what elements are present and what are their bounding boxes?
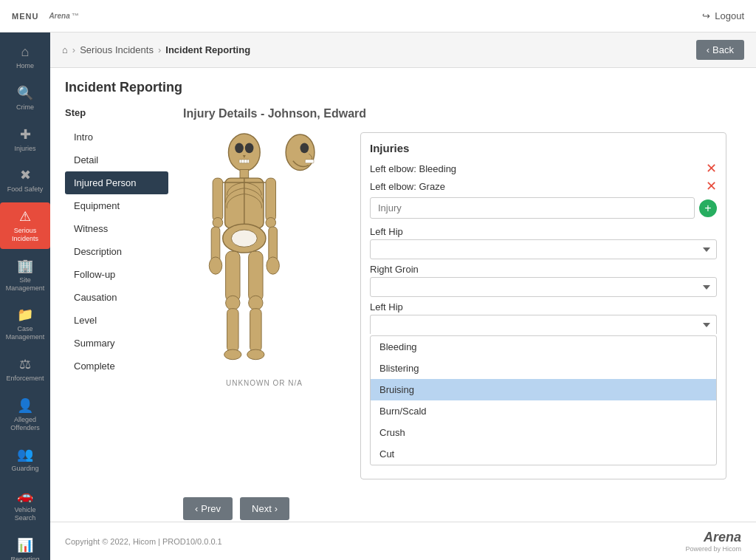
skeleton-unknown-label: UNKNOWN OR N/A bbox=[226, 379, 303, 387]
body-part-select-0[interactable] bbox=[370, 239, 717, 259]
injury-text-1: Left elbow: Graze bbox=[370, 181, 445, 192]
serious-incidents-icon: ⚠ bbox=[19, 208, 31, 225]
svg-rect-24 bbox=[249, 251, 263, 301]
vehicle-search-icon: 🚗 bbox=[17, 488, 33, 504]
svg-point-23 bbox=[224, 349, 241, 360]
sidebar-item-home[interactable]: ⌂ Home bbox=[0, 38, 50, 76]
step-causation[interactable]: Causation bbox=[65, 286, 168, 309]
site-management-icon: 🏢 bbox=[17, 258, 33, 274]
back-chevron-icon: ‹ bbox=[707, 44, 709, 55]
sidebar-label-crime: Crime bbox=[16, 103, 34, 112]
sidebar-item-case-management[interactable]: 📁 Case Management bbox=[0, 301, 50, 347]
step-summary[interactable]: Summary bbox=[65, 332, 168, 355]
breadcrumb-serious-incidents[interactable]: Serious Incidents bbox=[80, 44, 154, 55]
next-icon: › bbox=[275, 503, 278, 514]
injury-remove-1[interactable]: ✕ bbox=[706, 180, 717, 193]
next-button[interactable]: Next › bbox=[240, 497, 289, 520]
svg-point-21 bbox=[226, 296, 240, 310]
step-intro[interactable]: Intro bbox=[65, 126, 168, 148]
breadcrumb-home[interactable]: ⌂ bbox=[62, 44, 68, 55]
page-title: Incident Reporting bbox=[65, 80, 741, 95]
food-safety-icon: ✖ bbox=[20, 167, 31, 183]
svg-point-0 bbox=[228, 134, 260, 171]
body-part-label-2: Left Hip bbox=[370, 301, 717, 313]
dropdown-item-cut[interactable]: Cut bbox=[371, 443, 716, 465]
breadcrumb-bar: ⌂ › Serious Incidents › Incident Reporti… bbox=[50, 33, 756, 68]
sidebar-item-serious-incidents[interactable]: ⚠ Serious Incidents bbox=[0, 202, 50, 249]
injury-type-dropdown: Bleeding Blistering Bruising Burn/Scald … bbox=[370, 335, 717, 465]
sidebar-item-injuries[interactable]: ✚ Injuries bbox=[0, 120, 50, 159]
step-level[interactable]: Level bbox=[65, 309, 168, 332]
alleged-offenders-icon: 👤 bbox=[17, 397, 33, 414]
dropdown-item-bleeding[interactable]: Bleeding bbox=[371, 336, 716, 358]
svg-rect-16 bbox=[266, 178, 276, 221]
menu-button[interactable]: MENU bbox=[12, 12, 38, 21]
crime-icon: 🔍 bbox=[17, 85, 33, 101]
footer-powered-by: Powered by Hicom bbox=[685, 545, 741, 553]
home-icon: ⌂ bbox=[21, 44, 30, 60]
app-logo: Arena™ bbox=[47, 12, 78, 20]
dropdown-item-crush[interactable]: Crush bbox=[371, 422, 716, 443]
sidebar-item-reporting[interactable]: 📊 Reporting bbox=[0, 531, 50, 560]
sidebar-item-guarding[interactable]: 👥 Guarding bbox=[0, 440, 50, 479]
injuries-title: Injuries bbox=[370, 142, 717, 154]
dropdown-item-burn-scald[interactable]: Burn/Scald bbox=[371, 400, 716, 422]
injury-remove-0[interactable]: ✕ bbox=[706, 162, 717, 175]
sidebar-item-food-safety[interactable]: ✖ Food Safety bbox=[0, 161, 50, 199]
svg-point-15 bbox=[209, 257, 221, 274]
breadcrumb: ⌂ › Serious Incidents › Incident Reporti… bbox=[62, 44, 250, 55]
sidebar-item-crime[interactable]: 🔍 Crime bbox=[0, 79, 50, 117]
step-complete[interactable]: Complete bbox=[65, 355, 168, 378]
svg-point-13 bbox=[213, 218, 223, 228]
injury-input[interactable] bbox=[370, 197, 695, 219]
sidebar-item-site-management[interactable]: 🏢 Site Management bbox=[0, 252, 50, 298]
svg-rect-20 bbox=[226, 251, 240, 301]
breadcrumb-current: Incident Reporting bbox=[165, 44, 250, 55]
step-follow-up[interactable]: Follow-up bbox=[65, 263, 168, 286]
case-management-icon: 📁 bbox=[17, 307, 33, 323]
svg-point-2 bbox=[245, 143, 254, 154]
injury-text-0: Left elbow: Bleeding bbox=[370, 163, 456, 174]
sidebar-label-vehicle-search: Vehicle Search bbox=[3, 506, 47, 522]
injury-row-1: Left elbow: Graze ✕ bbox=[370, 180, 717, 193]
logout-button[interactable]: ↪ Logout bbox=[702, 10, 744, 21]
prev-button[interactable]: ‹ Prev bbox=[183, 497, 233, 520]
sidebar-label-home: Home bbox=[16, 62, 34, 70]
dropdown-item-blistering[interactable]: Blistering bbox=[371, 358, 716, 379]
dropdown-item-bruising[interactable]: Bruising bbox=[371, 379, 716, 400]
breadcrumb-sep-1: › bbox=[72, 44, 75, 55]
step-equipment[interactable]: Equipment bbox=[65, 194, 168, 217]
step-detail[interactable]: Detail bbox=[65, 148, 168, 171]
sidebar-item-vehicle-search[interactable]: 🚗 Vehicle Search bbox=[0, 482, 50, 528]
add-injury-button[interactable]: + bbox=[699, 199, 717, 217]
sidebar-item-alleged-offenders[interactable]: 👤 Alleged Offenders bbox=[0, 392, 50, 438]
svg-point-1 bbox=[235, 143, 244, 154]
step-description[interactable]: Description bbox=[65, 240, 168, 263]
body-part-select-1[interactable] bbox=[370, 277, 717, 297]
svg-point-11 bbox=[231, 230, 257, 247]
svg-point-19 bbox=[267, 257, 279, 274]
svg-rect-26 bbox=[250, 309, 262, 352]
sidebar-label-site-management: Site Management bbox=[3, 276, 47, 293]
logout-icon: ↪ bbox=[702, 10, 710, 21]
breadcrumb-sep-2: › bbox=[158, 44, 161, 55]
sidebar: ⌂ Home 🔍 Crime ✚ Injuries ✖ Food Safety … bbox=[0, 33, 50, 560]
footer-logo: Arena bbox=[704, 530, 741, 545]
svg-point-29 bbox=[286, 134, 315, 171]
guarding-icon: 👥 bbox=[17, 446, 33, 462]
body-part-section-1: Right Groin bbox=[370, 264, 717, 297]
injury-row-0: Left elbow: Bleeding ✕ bbox=[370, 162, 717, 175]
step-injured-person[interactable]: Injured Person bbox=[65, 171, 168, 194]
sidebar-label-serious-incidents: Serious Incidents bbox=[3, 227, 47, 243]
sidebar-label-enforcement: Enforcement bbox=[6, 375, 44, 383]
sidebar-label-case-management: Case Management bbox=[3, 325, 47, 341]
back-button[interactable]: ‹ Back bbox=[696, 40, 744, 60]
sidebar-label-injuries: Injuries bbox=[14, 145, 35, 153]
body-part-select-2[interactable] bbox=[370, 315, 717, 334]
footer: Copyright © 2022, Hicom | PROD10/0.0.0.1… bbox=[50, 522, 756, 560]
svg-rect-31 bbox=[305, 160, 314, 163]
svg-point-30 bbox=[300, 143, 309, 154]
sidebar-item-enforcement[interactable]: ⚖ Enforcement bbox=[0, 350, 50, 389]
step-witness[interactable]: Witness bbox=[65, 217, 168, 240]
reporting-icon: 📊 bbox=[17, 537, 33, 553]
